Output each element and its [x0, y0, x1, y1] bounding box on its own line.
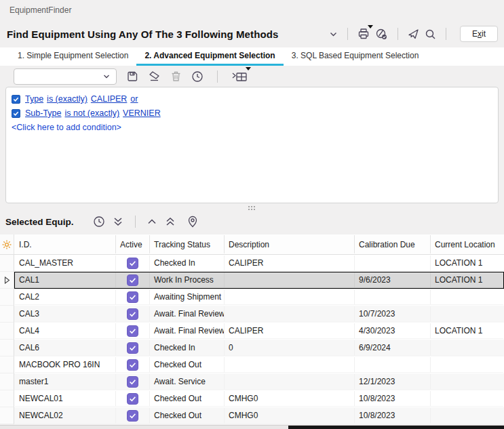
print-options-icon[interactable]	[375, 28, 388, 41]
eraser-icon[interactable]	[148, 70, 161, 83]
cell-active	[116, 340, 150, 356]
cell-tracking-status: Await. Final Review	[150, 306, 225, 322]
cell-active	[116, 323, 150, 339]
history-icon[interactable]	[191, 70, 203, 83]
table-header-row: I.D. Active Tracking Status Description …	[0, 234, 504, 255]
cell-description: CMHG0	[225, 391, 355, 407]
table-row[interactable]: CAL6 Checked In 0 6/9/2024	[0, 340, 504, 356]
table-row[interactable]: CAL2 Awaiting Shipment	[0, 289, 504, 306]
checkbox-checked-icon[interactable]	[127, 291, 138, 303]
saved-filter-combobox[interactable]	[14, 68, 117, 85]
window-titlebar: EquipmentFinder	[0, 0, 504, 20]
column-header-calibration-due[interactable]: Calibration Due	[355, 235, 431, 253]
cell-current-location: LOCATION 1	[431, 323, 503, 339]
checkbox-checked-icon[interactable]	[127, 393, 138, 405]
tab-sql-selection[interactable]: 3. SQL Based Equipment Selection	[284, 47, 427, 66]
splitter-grip[interactable]	[248, 206, 256, 211]
cell-id: CAL6	[15, 340, 116, 356]
checkbox-checked-icon[interactable]	[127, 342, 138, 354]
checkbox-checked-icon[interactable]	[127, 274, 138, 286]
condition-field-link[interactable]: Type	[25, 94, 43, 104]
column-header-active[interactable]: Active	[116, 235, 150, 253]
condition-value-link[interactable]: CALIPER	[91, 94, 128, 104]
horizontal-scrollbar[interactable]	[0, 425, 504, 429]
combo-chevron-down-icon	[102, 73, 111, 81]
column-header-current-location[interactable]: Current Location	[431, 235, 503, 253]
column-header-tracking-status[interactable]: Tracking Status	[150, 235, 225, 253]
condition-checkbox-checked-icon[interactable]	[12, 109, 20, 118]
table-row[interactable]: CAL3 Await. Final Review 10/7/2023	[0, 306, 504, 323]
clock-icon[interactable]	[93, 216, 105, 228]
cell-id: CAL3	[15, 306, 116, 322]
save-icon[interactable]	[126, 70, 138, 83]
toolbar-divider	[398, 28, 398, 40]
table-row[interactable]: NEWCAL02 Checked Out CMHG0 10/8/2023	[0, 407, 504, 424]
row-indicator-arrow-icon	[0, 272, 14, 289]
page-title: Find Equipment Using Any Of The 3 Follow…	[7, 28, 329, 40]
column-header-id[interactable]: I.D.	[15, 235, 116, 253]
table-row[interactable]: CAL_MASTER Checked In CALIPER LOCATION 1	[0, 255, 504, 272]
cell-active	[116, 391, 150, 407]
tab-advanced-selection[interactable]: 2. Advanced Equipment Selection	[136, 47, 283, 66]
condition-operator-link[interactable]: is not (exactly)	[65, 108, 120, 118]
double-chevron-up-icon[interactable]	[164, 216, 176, 228]
cell-id: NEWCAL01	[15, 391, 116, 407]
condition-checkbox-checked-icon[interactable]	[12, 95, 20, 104]
tab-simple-selection[interactable]: 1. Simple Equipment Selection	[9, 47, 136, 66]
apply-view-icon[interactable]	[231, 70, 248, 83]
condition-operator-link[interactable]: is (exactly)	[47, 94, 88, 104]
send-icon[interactable]	[408, 28, 419, 40]
cell-active	[116, 289, 150, 305]
table-row[interactable]: NEWCAL01 Checked Out CMHG0 10/8/2023	[0, 390, 504, 407]
row-indicator	[0, 356, 14, 373]
add-condition-link[interactable]: <Click here to add condition>	[12, 121, 492, 134]
cell-calibration-due	[355, 357, 431, 373]
table-row[interactable]: CAL4 Await. Final Review CALIPER 4/30/20…	[0, 323, 504, 340]
column-header-description[interactable]: Description	[225, 235, 355, 253]
checkbox-checked-icon[interactable]	[127, 325, 138, 337]
toolbar-divider	[446, 28, 446, 40]
condition-field-link[interactable]: Sub-Type	[25, 108, 62, 118]
equipment-table: I.D. Active Tracking Status Description …	[0, 234, 504, 424]
cell-tracking-status: Checked In	[150, 340, 225, 356]
cell-tracking-status: Checked In	[150, 256, 225, 271]
cell-description	[225, 306, 355, 322]
condition-conjunction-link[interactable]: or	[130, 94, 138, 104]
cell-id: NEWCAL02	[15, 408, 116, 424]
checkbox-checked-icon[interactable]	[127, 359, 138, 371]
chevron-down-icon[interactable]	[329, 30, 338, 39]
grid-options-sun-icon[interactable]	[0, 234, 14, 254]
cell-current-location	[431, 306, 503, 322]
cell-tracking-status: Awaiting Shipment	[150, 289, 225, 305]
checkbox-checked-icon[interactable]	[127, 308, 138, 320]
exit-button[interactable]: Exit	[460, 26, 498, 42]
row-indicator	[0, 340, 14, 356]
condition-row: Sub-Typeis not (exactly)VERNIER	[12, 106, 492, 120]
table-row[interactable]: MACBOOK PRO 16IN Checked Out	[0, 356, 504, 373]
location-icon[interactable]	[187, 216, 198, 228]
table-row[interactable]: master1 Await. Service 12/1/2023	[0, 373, 504, 390]
cell-active	[116, 272, 150, 288]
cell-tracking-status: Checked Out	[150, 391, 225, 407]
row-indicator	[0, 407, 14, 424]
saved-filter-input[interactable]	[14, 69, 102, 84]
cell-current-location	[431, 374, 503, 390]
cell-current-location	[431, 289, 503, 305]
chevron-up-icon[interactable]	[147, 216, 157, 227]
cell-active	[116, 306, 150, 322]
double-chevron-down-icon[interactable]	[112, 216, 124, 228]
print-dropdown-triangle	[368, 25, 373, 28]
cell-calibration-due: 10/7/2023	[355, 306, 431, 322]
table-row-selected[interactable]: CAL1 Work In Process 9/6/2023 LOCATION 1	[0, 272, 504, 289]
search-icon[interactable]	[425, 28, 436, 40]
cell-id: MACBOOK PRO 16IN	[15, 357, 116, 373]
checkbox-checked-icon[interactable]	[127, 376, 138, 388]
print-icon[interactable]	[357, 28, 370, 40]
condition-value-link[interactable]: VERNIER	[123, 108, 161, 118]
horizontal-scrollbar-thumb[interactable]	[288, 426, 504, 429]
checkbox-checked-icon[interactable]	[127, 258, 138, 269]
toolbar-divider	[347, 28, 348, 40]
checkbox-checked-icon[interactable]	[127, 410, 138, 422]
selected-equip-band: Selected Equip.	[0, 203, 504, 234]
trash-icon[interactable]	[170, 70, 182, 82]
